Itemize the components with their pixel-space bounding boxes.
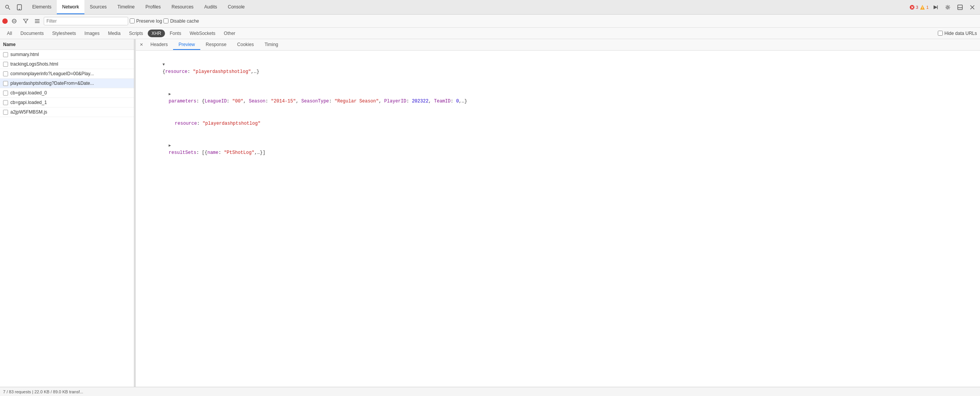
list-item[interactable]: trackingLogsShots.html	[0, 59, 134, 69]
file-name: commonplayerinfo?LeagueID=00&Play...	[10, 71, 131, 76]
network-toolbar: Preserve log Disable cache	[0, 15, 980, 28]
filter-tab-stylesheets[interactable]: Stylesheets	[48, 30, 80, 37]
settings-icon[interactable]	[942, 2, 953, 13]
detail-panel: ✕ Headers Preview Response Cookies Timin…	[136, 39, 980, 387]
filter-tab-fonts[interactable]: Fonts	[166, 30, 185, 37]
filter-tab-all[interactable]: All	[3, 30, 16, 37]
clear-button[interactable]	[9, 16, 19, 26]
tab-timeline[interactable]: Timeline	[112, 0, 140, 14]
dock-icon[interactable]	[955, 2, 965, 13]
file-checkbox[interactable]	[3, 71, 8, 76]
close-devtools-icon[interactable]	[967, 2, 978, 13]
tab-console[interactable]: Console	[223, 0, 250, 14]
list-item[interactable]: cb=gapi.loaded_1	[0, 98, 134, 107]
tab-sources[interactable]: Sources	[84, 0, 112, 14]
expand-resultsets-arrow[interactable]	[169, 142, 173, 149]
file-checkbox[interactable]	[3, 52, 8, 57]
filter-tab-other[interactable]: Other	[220, 30, 239, 37]
mobile-icon[interactable]	[14, 2, 25, 13]
detail-content: {resource: "playerdashptshotlog",…} para…	[136, 51, 980, 387]
toolbar-right: ✕ 3 ! 1	[909, 2, 978, 13]
file-checkbox[interactable]	[3, 100, 8, 105]
status-bar: 7 / 83 requests | 22.0 KB / 89.0 KB tran…	[0, 387, 980, 396]
hide-data-urls-label[interactable]: Hide data URLs	[938, 31, 977, 36]
svg-point-10	[947, 6, 949, 8]
expand-parameters-arrow[interactable]	[169, 91, 173, 98]
detail-tab-headers[interactable]: Headers	[145, 40, 173, 50]
file-list: Name summary.html trackingLogsShots.html…	[0, 39, 134, 387]
filter-tab-documents[interactable]: Documents	[16, 30, 48, 37]
tab-network[interactable]: Network	[57, 0, 84, 14]
filter-button[interactable]	[21, 16, 31, 26]
json-root-line: {resource: "playerdashptshotlog",…}	[140, 54, 975, 83]
filter-input[interactable]	[44, 17, 128, 25]
detail-tab-cookies[interactable]: Cookies	[232, 40, 259, 50]
file-name: summary.html	[10, 52, 131, 57]
preserve-log-label[interactable]: Preserve log	[130, 18, 162, 24]
file-name: a2jpW5FMBSM.js	[10, 109, 131, 115]
run-icon[interactable]	[930, 2, 941, 13]
list-item[interactable]: commonplayerinfo?LeagueID=00&Play...	[0, 69, 134, 79]
list-item-selected[interactable]: playerdashptshotlog?DateFrom=&Date...	[0, 79, 134, 88]
filter-tab-xhr[interactable]: XHR	[148, 30, 165, 37]
main-content: Name summary.html trackingLogsShots.html…	[0, 39, 980, 387]
svg-rect-11	[958, 5, 962, 10]
file-name: cb=gapi.loaded_0	[10, 90, 131, 96]
warning-badge: ! 1	[920, 5, 929, 10]
filter-tabs: All Documents Stylesheets Images Media S…	[0, 28, 980, 39]
file-name: cb=gapi.loaded_1	[10, 100, 131, 105]
json-resource-line: resource: "playerdashptshotlog"	[140, 113, 975, 135]
main-toolbar: Elements Network Sources Timeline Profil…	[0, 0, 980, 15]
status-text: 7 / 83 requests | 22.0 KB / 89.0 KB tran…	[3, 389, 83, 394]
svg-text:✕: ✕	[911, 5, 914, 10]
filter-tab-websockets[interactable]: WebSockets	[186, 30, 219, 37]
disable-cache-checkbox[interactable]	[163, 18, 168, 23]
filter-tab-media[interactable]: Media	[104, 30, 124, 37]
record-button[interactable]	[2, 18, 8, 24]
file-checkbox[interactable]	[3, 81, 8, 86]
file-checkbox[interactable]	[3, 91, 8, 96]
json-parameters-line: parameters: {LeagueID: "00", Season: "20…	[140, 83, 975, 113]
tab-profiles[interactable]: Profiles	[140, 0, 166, 14]
file-name: trackingLogsShots.html	[10, 61, 131, 67]
list-item[interactable]: a2jpW5FMBSM.js	[0, 107, 134, 117]
file-checkbox[interactable]	[3, 62, 8, 67]
detail-tab-preview[interactable]: Preview	[173, 40, 200, 50]
disable-cache-label[interactable]: Disable cache	[163, 18, 199, 24]
preserve-log-checkbox[interactable]	[130, 18, 135, 23]
error-badge: ✕ 3	[909, 5, 918, 10]
filter-tab-scripts[interactable]: Scripts	[125, 30, 147, 37]
main-tabs: Elements Network Sources Timeline Profil…	[27, 0, 250, 14]
svg-point-0	[6, 5, 9, 8]
file-checkbox[interactable]	[3, 110, 8, 115]
list-item[interactable]: cb=gapi.loaded_0	[0, 88, 134, 98]
detail-tab-timing[interactable]: Timing	[259, 40, 284, 50]
svg-text:!: !	[922, 6, 923, 10]
list-item[interactable]: summary.html	[0, 50, 134, 59]
json-resultsets-line: resultSets: [{name: "PtShotLog",…}]	[140, 135, 975, 164]
tab-elements[interactable]: Elements	[27, 0, 57, 14]
list-view-button[interactable]	[32, 16, 42, 26]
filter-tab-images[interactable]: Images	[81, 30, 103, 37]
svg-line-1	[8, 8, 10, 10]
file-list-header: Name	[0, 39, 134, 50]
search-icon[interactable]	[2, 2, 13, 13]
detail-tabs: ✕ Headers Preview Response Cookies Timin…	[136, 39, 980, 51]
svg-marker-8	[934, 5, 937, 9]
hide-data-urls-checkbox[interactable]	[938, 31, 943, 36]
detail-tab-response[interactable]: Response	[200, 40, 232, 50]
tab-audits[interactable]: Audits	[199, 0, 222, 14]
file-name: playerdashptshotlog?DateFrom=&Date...	[10, 81, 131, 86]
tab-resources[interactable]: Resources	[166, 0, 199, 14]
expand-root-arrow[interactable]	[163, 61, 167, 68]
close-detail-button[interactable]: ✕	[137, 41, 145, 49]
